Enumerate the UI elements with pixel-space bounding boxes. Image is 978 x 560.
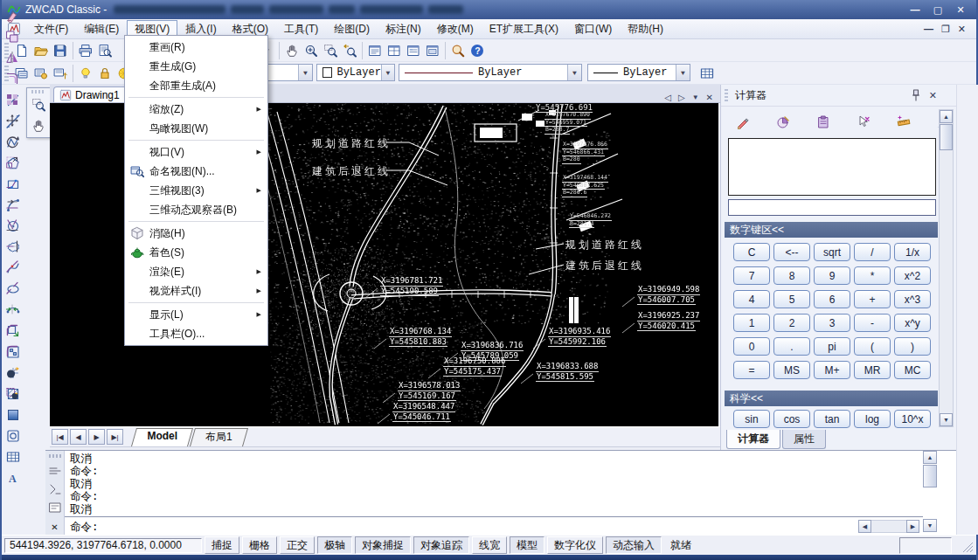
explode-icon[interactable]	[3, 363, 22, 382]
command-prompt[interactable]: 命令:	[65, 519, 923, 536]
pin-icon[interactable]	[908, 88, 922, 102]
offset-icon[interactable]	[3, 69, 22, 88]
numpad-header[interactable]: 数字键区<<	[725, 222, 938, 238]
calc-key-sqrt[interactable]: sqrt	[814, 243, 850, 261]
panel-scrollbar[interactable]: ▲ ▼	[939, 109, 954, 427]
scroll-right-icon[interactable]: ▶	[906, 520, 919, 533]
panel-close-icon[interactable]: ✕	[929, 90, 937, 101]
menu-tools[interactable]: 工具(T)	[276, 20, 326, 38]
calc-key-_[interactable]: /	[854, 243, 891, 261]
status-toggle-grid[interactable]: 栅格	[242, 536, 277, 554]
scrollbar-track[interactable]	[871, 520, 906, 533]
tab-scroll-left-icon[interactable]: ◁	[664, 93, 671, 102]
minimize-button[interactable]: —	[908, 4, 922, 16]
calc-key-MS[interactable]: MS	[773, 361, 810, 379]
lengthen-icon[interactable]	[3, 195, 22, 214]
document-tab[interactable]: Drawing1	[53, 86, 129, 102]
cmd-strip-icon-1[interactable]	[47, 463, 63, 479]
join-icon[interactable]	[3, 300, 22, 319]
view-menu-item-3d-views[interactable]: 三维视图(3)▶	[125, 181, 267, 200]
lock-icon[interactable]	[95, 64, 114, 83]
palette-calculator-icon[interactable]	[423, 41, 442, 60]
open-file-icon[interactable]	[31, 41, 51, 60]
calculator-input[interactable]	[728, 199, 936, 216]
region-icon[interactable]	[3, 426, 23, 446]
array-icon[interactable]	[3, 90, 22, 109]
calc-key-___[interactable]: <--	[773, 243, 810, 261]
status-toggle-model[interactable]: 模型	[510, 536, 544, 554]
extend-icon[interactable]	[3, 237, 22, 256]
chevron-down-icon[interactable]: ▼	[381, 65, 394, 80]
command-hscrollbar[interactable]: ◀ ▶	[858, 520, 919, 533]
erase-icon[interactable]	[3, 6, 22, 25]
calc-key-6[interactable]: 6	[814, 290, 850, 308]
palette-sheets-icon[interactable]	[404, 41, 423, 60]
calc-key-C[interactable]: C	[733, 243, 770, 261]
view-menu-item-viewports[interactable]: 视口(V)▶	[125, 142, 267, 162]
break-point-icon[interactable]	[3, 258, 22, 277]
menu-help[interactable]: 帮助(H)	[620, 20, 671, 38]
cmd-strip-icon-2[interactable]	[47, 481, 63, 497]
move-icon[interactable]	[3, 111, 22, 130]
command-scrollbar[interactable]: ▲ ▼	[923, 451, 937, 532]
table-icon[interactable]	[3, 447, 23, 467]
scroll-down-icon[interactable]: ▼	[940, 413, 953, 426]
calc-key-x_3[interactable]: x^3	[894, 290, 931, 308]
color-combo[interactable]: ByLayer ▼	[316, 64, 395, 81]
view-menu-item-regen-all[interactable]: 全部重生成(A)	[125, 76, 267, 95]
calc-key-1_x[interactable]: 1/x	[894, 243, 931, 261]
status-toggle-osnap[interactable]: 对象捕捉	[355, 536, 411, 554]
panel-tab-计算器[interactable]: 计算器	[726, 430, 780, 449]
pan-icon[interactable]	[29, 116, 48, 135]
menu-draw[interactable]: 绘图(D)	[326, 20, 378, 38]
view-menu-item-zoom[interactable]: 缩放(Z)▶	[125, 100, 267, 119]
calc-key-0[interactable]: 0	[733, 337, 770, 356]
scale-icon[interactable]	[3, 153, 22, 172]
help-icon[interactable]: ?	[468, 41, 487, 60]
mdi-close-button[interactable]: ✕	[958, 24, 966, 35]
text-icon[interactable]: A	[3, 468, 23, 487]
pan-icon[interactable]	[282, 41, 302, 60]
menu-file[interactable]: 文件(F)	[26, 20, 76, 38]
menu-window[interactable]: 窗口(W)	[566, 20, 620, 38]
last-tab-icon[interactable]: ▶|	[107, 429, 123, 445]
zoom-previous-icon[interactable]	[340, 41, 359, 60]
tab-list-icon[interactable]: ▼	[692, 93, 699, 101]
calc-edit-icon[interactable]	[732, 111, 754, 134]
menu-edit[interactable]: 编辑(E)	[76, 20, 127, 38]
calc-key-3[interactable]: 3	[814, 314, 850, 332]
chamfer-icon[interactable]	[3, 321, 22, 340]
chevron-down-icon[interactable]: ▼	[298, 65, 312, 80]
calc-key-_[interactable]: .	[773, 337, 810, 356]
menu-express[interactable]: ET扩展工具(X)	[482, 20, 566, 38]
calc-key-_[interactable]: (	[854, 337, 891, 356]
trim-icon[interactable]	[3, 216, 22, 235]
lineweight-combo[interactable]: ByLayer ▼	[587, 64, 690, 81]
tab-close-icon[interactable]: ✕	[706, 93, 713, 102]
calc-key-9[interactable]: 9	[814, 266, 850, 285]
calc-key-1[interactable]: 1	[733, 314, 770, 332]
calc-key-MR[interactable]: MR	[854, 361, 891, 379]
rotate-icon[interactable]	[3, 132, 22, 151]
calc-get-coordinates-icon[interactable]	[852, 111, 875, 134]
linetype-combo[interactable]: ByLayer ▼	[399, 64, 582, 81]
coordinate-readout[interactable]: 544194.3926, 3197764.6718, 0.0000	[4, 538, 202, 553]
fillet-icon[interactable]	[3, 342, 22, 361]
break-icon[interactable]	[3, 279, 22, 298]
palette-properties-icon[interactable]	[385, 41, 404, 60]
layer-combo[interactable]: ▼	[266, 64, 313, 81]
view-menu-item-display[interactable]: 显示(L)▶	[125, 305, 267, 324]
menu-modify[interactable]: 修改(M)	[429, 20, 482, 38]
panel-tab-属性[interactable]: 属性	[782, 430, 826, 449]
stretch-icon[interactable]	[3, 174, 22, 193]
status-toggle-otrack[interactable]: 对象追踪	[413, 536, 469, 554]
first-tab-icon[interactable]: |◀	[52, 429, 68, 445]
toolbar-grip[interactable]	[49, 454, 61, 458]
status-toggle-tablet[interactable]: 数字化仪	[547, 536, 603, 554]
prev-tab-icon[interactable]: ◀	[70, 429, 87, 445]
view-menu-item-redraw[interactable]: 重画(R)	[125, 38, 267, 57]
close-button[interactable]: ✕	[954, 4, 968, 16]
view-menu-item-toolbars[interactable]: 工具栏(O)...	[125, 324, 267, 343]
chevron-down-icon[interactable]: ▼	[567, 65, 581, 80]
view-menu-item-hide[interactable]: 消隐(H)	[125, 224, 267, 243]
